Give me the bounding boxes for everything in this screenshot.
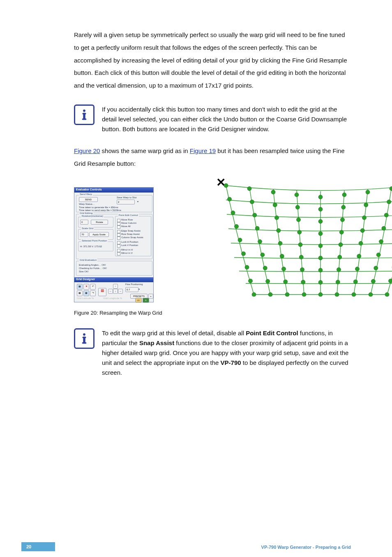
svg-point-35 (318, 232, 323, 236)
svg-point-64 (355, 267, 360, 271)
paragraph-2: Figure 20 shows the same warp grid as in… (74, 145, 349, 170)
eval-angles-label: Evaluating Angles… OK! (79, 264, 106, 266)
undo-icon[interactable]: ↶ (90, 284, 96, 290)
svg-point-5 (247, 187, 251, 191)
selected-point-value: H: 371.58 V: 173.62 (80, 245, 102, 248)
lock-v-check[interactable] (117, 244, 120, 248)
page-footer: 20 VP-790 Warp Generator - Preparing a G… (0, 542, 392, 557)
tip-2-text: To edit the warp grid at this level of d… (102, 328, 349, 378)
svg-point-23 (253, 213, 257, 217)
warp-status-label: Warp Status… (79, 203, 95, 205)
column-snap-label: Column Snap Assist (121, 236, 143, 239)
svg-point-72 (336, 280, 340, 284)
footer-title: VP-790 Warp Generator - Preparing a Grid (261, 545, 351, 550)
svg-point-34 (297, 230, 302, 234)
move-column-check[interactable] (117, 222, 120, 225)
svg-point-84 (385, 292, 389, 297)
exit-icon[interactable]: ⎋ (143, 298, 149, 303)
svg-point-81 (335, 292, 339, 297)
svg-point-70 (301, 280, 305, 284)
bold-snap-assist: Snap Assist (139, 339, 174, 346)
svg-point-59 (263, 266, 267, 270)
svg-point-40 (238, 238, 242, 242)
para2-text-a: shows the same warp grid as in (100, 147, 189, 154)
svg-point-10 (366, 190, 370, 194)
apply-scale-button[interactable]: Apply Scale (89, 232, 109, 237)
svg-point-19 (364, 203, 368, 207)
svg-point-9 (342, 193, 346, 197)
svg-point-45 (339, 243, 343, 247)
svg-point-31 (235, 225, 239, 229)
edge-snap-check[interactable] (117, 230, 120, 233)
send-button[interactable]: SEND (79, 197, 98, 202)
svg-point-4 (224, 183, 228, 188)
svg-point-29 (384, 213, 388, 217)
figure-19-link[interactable]: Figure 19 (190, 147, 216, 154)
arrow-right-icon[interactable]: → (118, 289, 123, 294)
delete-icon[interactable]: ✕ (83, 284, 89, 290)
svg-point-41 (258, 240, 262, 244)
svg-rect-2 (83, 113, 85, 119)
rotate-button[interactable]: Rotate (91, 220, 108, 225)
grid-latitude-label: Grid Latitude % (77, 297, 94, 299)
svg-rect-3 (82, 118, 87, 120)
row-snap-check[interactable] (117, 233, 120, 237)
svg-point-75 (389, 279, 392, 283)
svg-point-11 (390, 187, 392, 191)
coarse-grid-icon[interactable]: ▦ (77, 284, 83, 290)
svg-point-28 (362, 216, 367, 220)
svg-point-77 (268, 292, 272, 297)
check-folds-label: Checking for Folds… OK! (79, 267, 107, 269)
grid-designer-title: Grid Designer (74, 277, 153, 282)
slot-select[interactable]: 2 (117, 200, 135, 204)
svg-point-60 (282, 267, 286, 271)
arrow-up-icon[interactable]: ↑ (113, 284, 118, 289)
edge-snap-label: Edge Snap Assist (121, 230, 141, 232)
redo-icon[interactable]: ↷ (90, 290, 96, 296)
fine-resample-icon[interactable]: ▦ (98, 288, 106, 296)
grid-icon-2[interactable]: ▦ (83, 290, 89, 296)
chevron-down-icon[interactable]: ▾ (137, 200, 138, 203)
svg-point-6 (271, 190, 275, 194)
paragraph-1: Rarely will a given setup be symmetrical… (74, 29, 349, 92)
move-column-label: Move Column (121, 222, 136, 224)
svg-point-8 (318, 195, 323, 199)
fine-positioning-value[interactable]: 0.7 (125, 287, 138, 292)
panel-title: Evaluator Controls (74, 188, 153, 193)
mirror-h-label: Mirror in H (121, 248, 133, 251)
lock-h-check[interactable] (117, 241, 120, 244)
svg-point-42 (278, 241, 282, 246)
svg-point-55 (357, 254, 361, 258)
svg-point-37 (360, 229, 364, 233)
scale-value[interactable]: 70 (80, 232, 88, 237)
svg-point-49 (242, 252, 246, 256)
figure-20-link[interactable]: Figure 20 (74, 147, 100, 154)
svg-point-83 (369, 292, 373, 297)
move-row-check[interactable] (117, 219, 120, 222)
svg-point-56 (376, 253, 380, 257)
save-icon[interactable]: ▭ (135, 298, 142, 303)
arrow-down-icon[interactable]: ↓ (113, 289, 118, 294)
grid-evaluation-label: Grid Evaluation (79, 259, 97, 261)
svg-point-27 (341, 218, 345, 222)
svg-point-73 (353, 280, 357, 284)
rotate-value[interactable]: 0 (80, 220, 88, 225)
svg-point-71 (318, 281, 323, 285)
svg-point-25 (297, 218, 301, 222)
send-time-label: Time taken to send warp file = 5109ms (79, 209, 121, 211)
arrow-left-icon[interactable]: ← (108, 289, 113, 294)
bold-vp790: VP-790 (221, 359, 241, 366)
mirror-v-check[interactable] (117, 252, 120, 255)
move-all-check[interactable] (117, 225, 120, 229)
rotation-label: Rotation(clockwise) (81, 215, 104, 217)
mirror-h-check[interactable] (117, 249, 120, 252)
column-snap-check[interactable] (117, 237, 120, 240)
svg-point-52 (299, 255, 303, 259)
svg-point-0 (83, 109, 85, 112)
selected-point-label: Selected Point Position (81, 239, 108, 242)
svg-rect-87 (83, 337, 85, 343)
chevron-down-icon-2[interactable]: ▾ (138, 288, 140, 290)
svg-point-43 (298, 243, 302, 247)
grid-icon-1[interactable]: ▦ (77, 290, 83, 296)
svg-point-78 (285, 292, 289, 297)
